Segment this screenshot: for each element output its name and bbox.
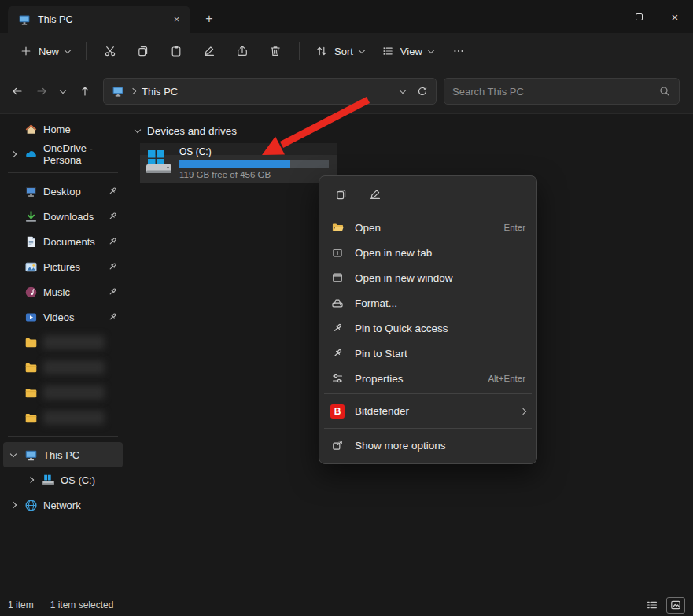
- refresh-button[interactable]: [416, 85, 429, 98]
- status-divider: [42, 599, 42, 610]
- details-view-button[interactable]: [643, 597, 662, 614]
- share-button[interactable]: [226, 37, 259, 65]
- this-pc-icon: [24, 448, 38, 462]
- sidebar-item-network[interactable]: Network: [3, 492, 123, 518]
- sidebar-item-label: Desktop: [43, 186, 81, 197]
- sidebar-item-folder[interactable]: [3, 380, 123, 405]
- copy-button[interactable]: [127, 37, 160, 65]
- selected-count: 1 item selected: [50, 599, 114, 610]
- history-dropdown-button[interactable]: [53, 79, 72, 104]
- drive-icon: [145, 149, 173, 177]
- chevron-down-icon: [359, 46, 365, 53]
- chevron-down-icon[interactable]: [10, 450, 17, 456]
- sidebar-item-folder[interactable]: [3, 405, 123, 430]
- sidebar-item-this-pc[interactable]: This PC: [3, 442, 123, 467]
- menu-item-label: Pin to Start: [355, 348, 407, 360]
- menu-item-open[interactable]: Open Enter: [323, 215, 533, 240]
- menu-item-open-new-tab[interactable]: Open in new tab: [323, 240, 533, 265]
- breadcrumb[interactable]: This PC: [142, 86, 178, 98]
- menu-item-show-more-options[interactable]: Show more options: [323, 431, 533, 460]
- sidebar-item-onedrive[interactable]: OneDrive - Persona: [3, 142, 123, 167]
- drive-info: OS (C:) 119 GB free of 456 GB: [179, 146, 329, 179]
- address-bar[interactable]: This PC: [103, 78, 437, 105]
- maximize-icon: [636, 13, 643, 20]
- sidebar-item-videos[interactable]: Videos: [3, 304, 123, 330]
- cut-button[interactable]: [94, 37, 127, 65]
- forward-button[interactable]: [29, 79, 53, 104]
- up-button[interactable]: [72, 79, 97, 104]
- sidebar-item-label: Downloads: [43, 211, 94, 223]
- show-more-options-icon: [330, 439, 345, 453]
- view-button[interactable]: View: [373, 39, 442, 64]
- chevron-down-icon[interactable]: [135, 127, 141, 133]
- sidebar-item-label: Documents: [43, 236, 95, 248]
- sidebar-item-os-drive[interactable]: OS (C:): [3, 467, 123, 492]
- titlebar: This PC × + ×: [0, 0, 693, 33]
- chevron-right-icon[interactable]: [10, 502, 17, 508]
- back-button[interactable]: [5, 79, 29, 104]
- delete-button[interactable]: [259, 37, 292, 65]
- sidebar-item-desktop[interactable]: Desktop: [3, 179, 123, 204]
- section-title: Devices and drives: [147, 125, 237, 137]
- menu-item-pin-quick-access[interactable]: Pin to Quick access: [323, 315, 533, 341]
- new-tab-button[interactable]: +: [198, 8, 220, 30]
- sidebar-item-pictures[interactable]: Pictures: [3, 254, 123, 279]
- redacted-label: [43, 385, 105, 400]
- tab-close-icon[interactable]: ×: [169, 12, 184, 27]
- this-pc-icon: [18, 13, 31, 26]
- sidebar-item-music[interactable]: Music: [3, 279, 123, 304]
- sort-icon: [315, 45, 328, 57]
- copy-icon: [335, 188, 348, 201]
- network-globe-icon: [24, 499, 38, 512]
- chevron-right-icon[interactable]: [28, 477, 34, 483]
- large-icons-view-button[interactable]: [666, 597, 685, 614]
- minimize-button[interactable]: [584, 0, 621, 33]
- paste-button[interactable]: [160, 37, 193, 65]
- chevron-down-icon: [65, 46, 71, 53]
- menu-item-format[interactable]: Format...: [323, 290, 533, 315]
- rename-button[interactable]: [193, 37, 226, 65]
- sidebar-item-folder[interactable]: [3, 355, 123, 380]
- chevron-down-icon: [60, 87, 66, 93]
- rename-icon: [369, 188, 382, 201]
- menu-item-label: Properties: [355, 373, 404, 385]
- menu-item-label: Open in new tab: [355, 247, 432, 259]
- pin-icon: [330, 321, 345, 335]
- pin-icon: [107, 186, 118, 197]
- sort-button[interactable]: Sort: [307, 39, 373, 64]
- clipboard-icon: [170, 45, 182, 57]
- command-bar: New Sort View: [0, 33, 693, 69]
- drive-usage-bar: [179, 160, 329, 168]
- maximize-button[interactable]: [621, 0, 657, 33]
- folder-icon: [24, 386, 38, 400]
- sidebar-item-documents[interactable]: Documents: [3, 229, 123, 254]
- sidebar-divider: [8, 172, 118, 173]
- submenu-chevron-icon: [520, 408, 526, 414]
- redacted-label: [43, 411, 105, 425]
- menu-item-pin-to-start[interactable]: Pin to Start: [323, 341, 533, 366]
- more-options-button[interactable]: [442, 37, 475, 65]
- menu-item-bitdefender[interactable]: B Bitdefender: [323, 397, 533, 426]
- close-button[interactable]: ×: [657, 0, 693, 33]
- drive-icon: [42, 474, 55, 487]
- search-input[interactable]: [452, 86, 652, 98]
- new-button[interactable]: New: [11, 39, 79, 64]
- sidebar-item-home[interactable]: Home: [3, 116, 123, 142]
- arrow-left-icon: [11, 85, 24, 98]
- sidebar-item-downloads[interactable]: Downloads: [3, 204, 123, 229]
- section-devices-and-drives[interactable]: Devices and drives: [134, 125, 693, 137]
- menu-item-open-new-window[interactable]: Open in new window: [323, 265, 533, 290]
- pin-icon: [107, 286, 118, 297]
- arrow-up-icon: [79, 85, 91, 98]
- sidebar-item-folder[interactable]: [3, 330, 123, 355]
- search-box[interactable]: [444, 78, 680, 105]
- navigation-pane: Home OneDrive - Persona Desktop Download…: [0, 114, 126, 594]
- address-dropdown-icon[interactable]: [400, 87, 406, 93]
- menu-item-label: Open: [355, 222, 381, 234]
- copy-button[interactable]: [335, 188, 348, 201]
- rename-button[interactable]: [369, 188, 382, 201]
- drive-item-os-c[interactable]: OS (C:) 119 GB free of 456 GB: [140, 143, 337, 183]
- chevron-right-icon[interactable]: [10, 151, 17, 157]
- menu-item-properties[interactable]: Properties Alt+Enter: [323, 366, 533, 391]
- tab-this-pc[interactable]: This PC ×: [8, 6, 190, 33]
